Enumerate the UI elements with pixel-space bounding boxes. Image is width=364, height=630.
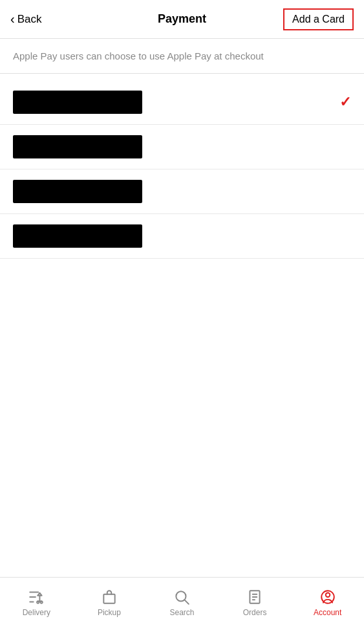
- svg-rect-4: [103, 594, 114, 603]
- delivery-icon: [28, 589, 45, 605]
- nav-item-pickup[interactable]: Pickup: [73, 589, 146, 617]
- payment-item-4[interactable]: [0, 214, 364, 259]
- nav-item-account[interactable]: Account: [291, 589, 364, 617]
- card-info-block-3: [13, 180, 142, 203]
- svg-point-2: [37, 601, 39, 603]
- header: ‹ Back Payment Add a Card: [0, 0, 364, 39]
- account-nav-label: Account: [314, 608, 341, 617]
- orders-icon: [246, 589, 263, 605]
- bottom-navigation: Delivery Pickup Search: [0, 577, 364, 630]
- selected-checkmark: ✓: [339, 94, 351, 111]
- pickup-icon: [101, 589, 118, 605]
- payment-item-3[interactable]: [0, 169, 364, 214]
- card-info-block-1: [13, 91, 142, 114]
- pickup-nav-label: Pickup: [98, 608, 121, 617]
- svg-point-3: [41, 601, 43, 603]
- back-button[interactable]: ‹ Back: [10, 12, 41, 27]
- content-area: Apple Pay users can choose to use Apple …: [0, 39, 364, 577]
- nav-item-delivery[interactable]: Delivery: [0, 589, 73, 617]
- payment-item-2[interactable]: [0, 125, 364, 169]
- add-card-button[interactable]: Add a Card: [283, 8, 354, 30]
- card-info-block-4: [13, 224, 142, 248]
- payment-list: ✓: [0, 80, 364, 259]
- back-chevron-icon: ‹: [10, 12, 15, 27]
- apple-pay-notice: Apple Pay users can choose to use Apple …: [0, 39, 364, 74]
- orders-nav-label: Orders: [243, 608, 267, 617]
- page-title: Payment: [158, 12, 206, 26]
- nav-item-orders[interactable]: Orders: [219, 589, 292, 617]
- delivery-nav-label: Delivery: [23, 608, 50, 617]
- svg-point-12: [325, 592, 330, 597]
- search-icon: [173, 589, 190, 605]
- svg-line-6: [185, 600, 189, 603]
- account-icon: [319, 589, 336, 605]
- card-info-block-2: [13, 135, 142, 158]
- search-nav-label: Search: [169, 608, 194, 617]
- nav-item-search[interactable]: Search: [145, 589, 219, 617]
- payment-item-1[interactable]: ✓: [0, 80, 364, 125]
- back-label: Back: [17, 13, 42, 26]
